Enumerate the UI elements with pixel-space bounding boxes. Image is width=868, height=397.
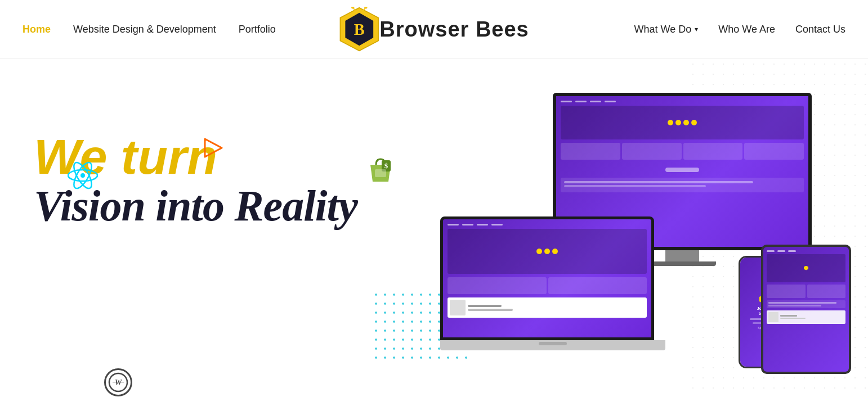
tablet <box>761 245 851 374</box>
nav-left: Home Website Design & Development Portfo… <box>23 24 276 35</box>
laptop-screen <box>440 216 654 340</box>
laptop-base <box>440 340 665 350</box>
nav-what-we-do[interactable]: What We Do ▾ <box>634 24 699 35</box>
logo[interactable]: B Browser Bees <box>339 7 529 52</box>
play-icon <box>203 138 223 160</box>
chevron-down-icon: ▾ <box>695 25 698 33</box>
nav-website-design[interactable]: Website Design & Development <box>73 24 216 35</box>
react-icon <box>68 160 98 193</box>
svg-text:$: $ <box>384 161 388 170</box>
nav-portfolio[interactable]: Portfolio <box>239 24 276 35</box>
devices-mockup: Join ustoday Spot•filter <box>429 93 857 385</box>
monitor-stand <box>665 250 699 261</box>
svg-marker-11 <box>205 139 222 157</box>
svg-rect-14 <box>375 169 386 177</box>
navbar: Home Website Design & Development Portfo… <box>0 0 868 59</box>
tablet-frame <box>761 245 851 374</box>
shopify-icon: $ <box>366 155 395 186</box>
nav-contact-us[interactable]: Contact Us <box>795 24 845 35</box>
laptop <box>440 216 665 368</box>
nav-home[interactable]: Home <box>23 24 51 35</box>
wordpress-icon: W <box>104 368 132 396</box>
nav-who-we-are[interactable]: Who We Are <box>718 24 775 35</box>
tablet-screen <box>763 247 849 372</box>
svg-text:B: B <box>354 21 365 38</box>
hero-section: We turn Vision into Reality $ <box>0 59 868 397</box>
logo-text: Browser Bees <box>379 17 529 42</box>
nav-right: What We Do ▾ Who We Are Contact Us <box>634 24 845 35</box>
logo-hex-icon: B <box>339 7 379 52</box>
svg-point-10 <box>80 173 85 178</box>
